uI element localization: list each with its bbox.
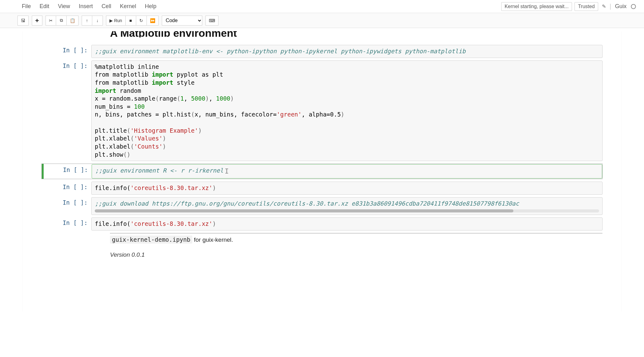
menu-cell[interactable]: Cell xyxy=(102,3,111,10)
paste-button[interactable]: 📋 xyxy=(67,16,79,26)
markdown-text: for guix-kernel. xyxy=(192,236,233,243)
code-cell[interactable]: In [ ]: file.info('coreutils-8.30.tar.xz… xyxy=(41,217,603,231)
input-prompt: In [ ]: xyxy=(41,182,91,195)
code-text: %matplotlib inline from matplotlib impor… xyxy=(95,63,599,159)
version-text: Version 0.0.1 xyxy=(110,251,603,258)
insert-cell-button[interactable]: ✚ xyxy=(32,16,42,26)
scrollbar-thumb[interactable] xyxy=(95,209,513,212)
code-cell[interactable]: In [ ]: ;;guix environment matplotlib-en… xyxy=(41,45,603,58)
save-icon: 🖫 xyxy=(21,18,25,23)
move-down-button[interactable]: ↓ xyxy=(92,16,103,26)
edit-icon[interactable]: ✎ xyxy=(601,3,607,9)
menu-right: Kernel starting, please wait... Trusted … xyxy=(501,2,638,11)
code-text: ;;guix download https://ftp.gnu.org/gnu/… xyxy=(95,200,519,207)
input-prompt: In [ ]: xyxy=(41,197,91,215)
menu-kernel[interactable]: Kernel xyxy=(120,3,136,10)
horizontal-rule xyxy=(110,233,603,234)
menu-insert[interactable]: Insert xyxy=(79,3,93,10)
kernel-indicator-icon xyxy=(631,4,636,9)
menu-edit[interactable]: Edit xyxy=(40,3,49,10)
menu-help[interactable]: Help xyxy=(145,3,156,10)
code-text: ;;guix environment R <- r r-irkernel xyxy=(95,167,223,174)
code-input[interactable]: %matplotlib inline from matplotlib impor… xyxy=(91,60,603,161)
input-prompt: In [ ]: xyxy=(41,217,91,231)
stop-button[interactable]: ■ xyxy=(126,16,136,26)
code-input[interactable]: file.info('coreutils-8.30.tar.xz') xyxy=(91,217,603,231)
restart-button[interactable]: ↻ xyxy=(136,16,147,26)
code-input[interactable]: file.info('coreutils-8.30.tar.xz') xyxy=(91,182,603,195)
copy-icon: ⧉ xyxy=(60,18,63,23)
code-cell[interactable]: In [ ]: file.info('coreutils-8.30.tar.xz… xyxy=(41,182,603,195)
command-palette-button[interactable]: ⌨ xyxy=(205,16,219,26)
celltype-select[interactable]: Code xyxy=(162,16,202,26)
markdown-cell[interactable]: guix-kernel-demo.ipynb for guix-kernel. … xyxy=(41,236,603,258)
fast-forward-icon: ⏩ xyxy=(150,18,155,23)
move-up-button[interactable]: ↑ xyxy=(82,16,92,26)
trusted-indicator[interactable]: Trusted xyxy=(574,2,598,11)
code-cell[interactable]: In [ ]: %matplotlib inline from matplotl… xyxy=(41,60,603,161)
run-all-button[interactable]: ⏩ xyxy=(147,16,159,26)
copy-button[interactable]: ⧉ xyxy=(56,16,67,26)
code-input[interactable]: ;;guix download https://ftp.gnu.org/gnu/… xyxy=(91,197,603,215)
run-button[interactable]: ▶ Run xyxy=(106,16,126,26)
kernel-name[interactable]: Guix xyxy=(615,3,627,10)
input-prompt: In [ ]: xyxy=(42,164,92,178)
keyboard-icon: ⌨ xyxy=(209,18,215,23)
input-prompt: In [ ]: xyxy=(41,45,91,58)
horizontal-scrollbar[interactable] xyxy=(95,209,599,212)
menubar: File Edit View Insert Cell Kernel Help K… xyxy=(0,0,644,13)
code-text: file.info('coreutils-8.30.tar.xz') xyxy=(95,220,599,228)
ibeam-cursor-icon: 𝙸 xyxy=(225,167,229,176)
heading-partial: A Matplotlib environment xyxy=(41,31,603,37)
code-text: file.info('coreutils-8.30.tar.xz') xyxy=(95,184,599,192)
paste-icon: 📋 xyxy=(70,18,75,23)
menu-view[interactable]: View xyxy=(58,3,70,10)
code-text: ;;guix environment matplotlib-env <- pyt… xyxy=(95,48,466,55)
restart-icon: ↻ xyxy=(139,18,143,23)
markdown-cell[interactable] xyxy=(41,233,603,234)
kernel-status: Kernel starting, please wait... xyxy=(501,2,572,11)
arrow-up-icon: ↑ xyxy=(86,18,88,23)
separator: | xyxy=(610,3,611,10)
cut-button[interactable]: ✂ xyxy=(46,16,56,26)
input-prompt: In [ ]: xyxy=(41,60,91,161)
inline-code: guix-kernel-demo.ipynb xyxy=(110,236,192,244)
toolbar: 🖫 ✚ ✂ ⧉ 📋 ↑ ↓ ▶ Run ■ ↻ ⏩ xyxy=(0,13,644,28)
notebook-area[interactable]: A Matplotlib environment In [ ]: ;;guix … xyxy=(23,31,621,312)
code-input[interactable]: ;;guix environment matplotlib-env <- pyt… xyxy=(91,45,603,58)
stop-icon: ■ xyxy=(129,18,132,23)
menu-file[interactable]: File xyxy=(22,3,31,10)
save-button[interactable]: 🖫 xyxy=(17,16,29,26)
plus-icon: ✚ xyxy=(35,18,39,23)
scissors-icon: ✂ xyxy=(49,18,53,23)
menu-left: File Edit View Insert Cell Kernel Help xyxy=(22,3,156,10)
code-input[interactable]: ;;guix environment R <- r r-irkernel𝙸 xyxy=(92,164,602,178)
arrow-down-icon: ↓ xyxy=(96,18,99,23)
code-cell[interactable]: In [ ]: ;;guix download https://ftp.gnu.… xyxy=(41,197,603,215)
code-cell-selected[interactable]: In [ ]: ;;guix environment R <- r r-irke… xyxy=(41,164,603,179)
